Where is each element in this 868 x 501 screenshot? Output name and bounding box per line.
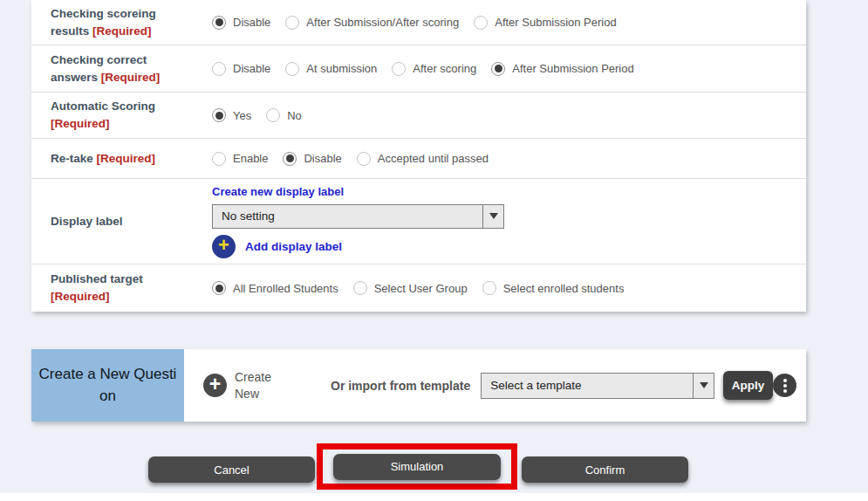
radio-option-label: Enable	[233, 152, 268, 165]
radio-option[interactable]: Disable	[212, 62, 270, 76]
form-row-checking-scoring-results: Checking scoreing results [Required] Dis…	[31, 0, 806, 45]
radio-option-label: No	[287, 109, 302, 122]
required-badge: [Required]	[97, 152, 156, 165]
plus-icon: +	[203, 374, 227, 397]
radio-option-label: Disable	[233, 62, 270, 75]
chevron-down-icon	[489, 213, 498, 219]
radio-option[interactable]: After Submission Period	[474, 16, 616, 30]
radio-unselected-icon[interactable]	[353, 281, 367, 295]
radio-option[interactable]: Disable	[283, 152, 341, 166]
form-row-retake: Re-take [Required] EnableDisableAccepted…	[31, 139, 806, 179]
radio-option-label: Disable	[233, 16, 270, 29]
cancel-button[interactable]: Cancel	[148, 456, 315, 483]
radio-option-label: After Submission/After scoring	[306, 16, 459, 29]
radio-option-label: After Submission Period	[495, 16, 616, 29]
radio-option-label: After scoring	[413, 62, 476, 75]
radio-option[interactable]: Yes	[212, 108, 251, 122]
row-label-text: Re-take	[51, 152, 93, 165]
radio-option-label: All Enrolled Students	[233, 282, 338, 295]
radio-unselected-icon[interactable]	[482, 281, 496, 295]
radio-selected-icon[interactable]	[491, 62, 505, 76]
radio-group-published-target: All Enrolled StudentsSelect User GroupSe…	[212, 281, 624, 295]
kebab-menu-icon[interactable]	[773, 374, 796, 397]
radio-selected-icon[interactable]	[212, 16, 226, 30]
radio-unselected-icon[interactable]	[285, 16, 299, 30]
radio-selected-icon[interactable]	[212, 281, 226, 295]
radio-group-checking-correct-answers: DisableAt submissionAfter scoringAfter S…	[212, 62, 634, 76]
simulation-button[interactable]: Simulation	[333, 454, 501, 480]
radio-unselected-icon[interactable]	[357, 152, 371, 166]
import-from-template-label: Or import from template	[331, 379, 470, 393]
radio-group-automatic-scoring: YesNo	[212, 108, 302, 122]
radio-option[interactable]: Select enrolled students	[482, 281, 625, 295]
radio-option[interactable]: Select User Group	[353, 281, 468, 295]
radio-selected-icon[interactable]	[212, 108, 226, 122]
radio-option[interactable]: Disable	[212, 16, 270, 30]
row-label: Re-take [Required]	[51, 150, 212, 168]
plus-icon: +	[212, 235, 236, 258]
radio-option-label: After Submission Period	[512, 62, 633, 75]
dropdown-arrow-button[interactable]	[482, 205, 503, 228]
radio-option[interactable]: At submission	[285, 62, 377, 76]
radio-option[interactable]: After Submission Period	[491, 62, 633, 76]
template-dropdown[interactable]: Select a template	[481, 373, 714, 399]
simulation-highlight-frame: Simulation	[317, 443, 517, 490]
add-display-label-text: Add display label	[245, 240, 342, 253]
chevron-down-icon	[700, 382, 708, 388]
row-label: Checking scoreing results [Required]	[51, 5, 212, 39]
add-display-label-button[interactable]: + Add display label	[212, 235, 504, 258]
row-label: Automatic Scoring [Required]	[51, 98, 212, 132]
radio-unselected-icon[interactable]	[266, 108, 280, 122]
radio-option-label: Accepted until passed	[378, 152, 489, 165]
create-new-display-label-link[interactable]: Create new display label	[212, 185, 504, 198]
radio-option-label: Yes	[233, 109, 251, 122]
row-label-text: Automatic Scoring	[51, 100, 155, 113]
display-label-content: Create new display label No setting + Ad…	[212, 185, 504, 258]
display-label-dropdown[interactable]: No setting	[212, 204, 504, 229]
row-label: Display label	[51, 213, 212, 230]
create-new-label: Create New	[235, 369, 282, 401]
required-badge: [Required]	[51, 290, 110, 303]
radio-unselected-icon[interactable]	[212, 62, 226, 76]
form-row-display-label: Display label Create new display label N…	[31, 179, 806, 264]
radio-option[interactable]: No	[266, 108, 302, 122]
radio-option-label: Disable	[304, 152, 341, 165]
row-label: Published target [Required]	[51, 271, 212, 305]
radio-group-retake: EnableDisableAccepted until passed	[212, 152, 489, 166]
radio-unselected-icon[interactable]	[392, 62, 406, 76]
form-row-published-target: Published target [Required] All Enrolled…	[31, 264, 806, 312]
radio-unselected-icon[interactable]	[474, 16, 488, 30]
create-new-button[interactable]: + Create New	[203, 369, 282, 401]
radio-option[interactable]: After Submission/After scoring	[285, 16, 459, 30]
radio-option[interactable]: All Enrolled Students	[212, 281, 338, 295]
form-row-checking-correct-answers: Checking correct answers [Required] Disa…	[31, 45, 806, 93]
radio-option-label: Select enrolled students	[503, 282, 625, 295]
template-dropdown-value: Select a template	[482, 374, 693, 398]
radio-option-label: Select User Group	[374, 282, 468, 295]
display-label-dropdown-value: No setting	[213, 205, 482, 228]
row-label-text: Published target	[51, 272, 143, 285]
settings-form-panel: Checking scoreing results [Required] Dis…	[31, 0, 806, 312]
required-badge: [Required]	[51, 117, 110, 130]
radio-unselected-icon[interactable]	[285, 62, 299, 76]
dropdown-arrow-button[interactable]	[693, 374, 714, 398]
radio-option-label: At submission	[306, 62, 377, 75]
section-header-create-a-new-question: Create a New Question	[31, 349, 184, 422]
form-row-automatic-scoring: Automatic Scoring [Required] YesNo	[31, 93, 806, 139]
radio-option[interactable]: Accepted until passed	[357, 152, 489, 166]
radio-unselected-icon[interactable]	[212, 152, 226, 166]
apply-button[interactable]: Apply	[723, 371, 773, 400]
required-badge: [Required]	[101, 71, 161, 84]
create-question-section: Create a New Question + Create New Or im…	[31, 349, 806, 422]
row-label: Checking correct answers [Required]	[51, 51, 212, 86]
required-badge: [Required]	[92, 24, 152, 38]
radio-selected-icon[interactable]	[283, 152, 297, 166]
radio-option[interactable]: After scoring	[392, 62, 476, 76]
radio-group-checking-scoring-results: DisableAfter Submission/After scoringAft…	[212, 16, 617, 30]
radio-option[interactable]: Enable	[212, 152, 268, 166]
bottom-strip	[0, 493, 868, 501]
row-label-text: Display label	[51, 215, 123, 228]
confirm-button[interactable]: Confirm	[522, 456, 688, 483]
